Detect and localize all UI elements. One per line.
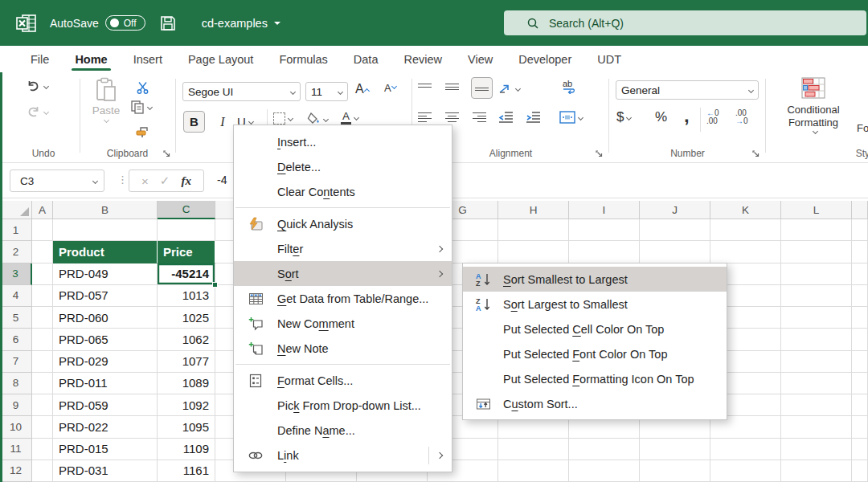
cell-L2[interactable]	[781, 241, 852, 263]
cell-I12[interactable]	[569, 460, 640, 482]
cell-A5[interactable]	[32, 307, 53, 329]
cell-H2[interactable]	[498, 241, 569, 263]
cell-B8[interactable]: PRD-011	[53, 373, 158, 394]
menu-item-insert[interactable]: Insert...	[234, 129, 452, 154]
cell-C7[interactable]: 1077	[158, 351, 215, 373]
row-header-12[interactable]: 12	[0, 460, 32, 482]
cell-L10[interactable]	[781, 416, 852, 438]
menu-item-sort-largest-to-smallest[interactable]: ZASort Largest to Smallest	[463, 292, 727, 317]
menu-item-get-data-from-table-range[interactable]: Get Data from Table/Range...	[234, 286, 452, 311]
menu-item-delete[interactable]: Delete...	[234, 154, 452, 179]
cell-B1[interactable]	[53, 219, 158, 241]
percent-style-button[interactable]: %	[655, 109, 667, 125]
menu-item-link[interactable]: Link	[234, 443, 452, 468]
middle-align-button[interactable]	[445, 82, 459, 92]
font-size-combobox[interactable]: 11	[305, 82, 348, 101]
cell-A11[interactable]	[32, 439, 53, 460]
tab-home[interactable]: Home	[62, 46, 120, 72]
tab-data[interactable]: Data	[341, 46, 391, 72]
cell-M4[interactable]	[852, 285, 868, 307]
cell-A4[interactable]	[32, 285, 53, 307]
tab-developer[interactable]: Developer	[506, 46, 584, 72]
menu-item-sort-smallest-to-largest[interactable]: AZSort Smallest to Largest	[463, 267, 727, 292]
cancel-button[interactable]: ×	[141, 174, 149, 188]
menu-item-put-selected-formatting-icon-on-top[interactable]: Put Selected Formatting Icon On Top	[463, 366, 727, 391]
autosave-toggle[interactable]: Off	[105, 15, 145, 31]
fill-handle[interactable]	[212, 282, 218, 288]
menu-item-custom-sort[interactable]: Custom Sort...	[463, 391, 727, 416]
cell-B12[interactable]: PRD-031	[53, 460, 158, 482]
comma-style-button[interactable]: ,	[684, 104, 690, 127]
cell-C4[interactable]: 1013	[158, 285, 215, 307]
cell-B11[interactable]: PRD-015	[53, 439, 158, 460]
row-header-9[interactable]: 9	[0, 394, 32, 416]
save-icon[interactable]	[160, 15, 176, 31]
number-dialog-launcher[interactable]	[751, 149, 760, 158]
cell-H11[interactable]	[498, 439, 569, 460]
cell-L12[interactable]	[781, 460, 852, 482]
cell-M8[interactable]	[852, 373, 868, 394]
cell-A10[interactable]	[32, 416, 53, 438]
cell-A8[interactable]	[32, 373, 53, 394]
select-all-corner[interactable]	[0, 201, 32, 219]
cell-C1[interactable]	[158, 219, 215, 241]
row-header-8[interactable]: 8	[0, 373, 32, 394]
cell-B10[interactable]: PRD-022	[53, 416, 158, 438]
cell-L3[interactable]	[781, 263, 852, 285]
cell-J2[interactable]	[640, 241, 710, 263]
center-button[interactable]	[445, 111, 459, 124]
borders-button[interactable]	[273, 112, 293, 125]
cell-B4[interactable]: PRD-057	[53, 285, 158, 307]
cell-B5[interactable]: PRD-060	[53, 307, 158, 329]
menu-item-clear-contents[interactable]: Clear Contents	[234, 179, 452, 204]
tab-page-layout[interactable]: Page Layout	[175, 46, 266, 72]
cell-K1[interactable]	[710, 219, 781, 241]
menu-item-quick-analysis[interactable]: Quick Analysis	[234, 211, 452, 236]
tab-file[interactable]: File	[18, 46, 62, 72]
cell-C11[interactable]: 1109	[158, 439, 215, 460]
cell-H12[interactable]	[498, 460, 569, 482]
paste-button[interactable]: Paste	[87, 77, 125, 122]
name-box[interactable]: C3	[10, 170, 104, 192]
row-header-7[interactable]: 7	[0, 351, 32, 373]
cell-C8[interactable]: 1089	[158, 373, 215, 394]
menu-item-filter[interactable]: Filter	[234, 236, 452, 261]
cell-B6[interactable]: PRD-065	[53, 329, 158, 350]
accounting-format-button[interactable]: $	[616, 109, 631, 125]
top-align-button[interactable]	[418, 82, 432, 92]
alignment-dialog-launcher[interactable]	[595, 149, 604, 158]
row-header-11[interactable]: 11	[0, 439, 32, 460]
redo-button[interactable]	[26, 104, 48, 120]
cell-K11[interactable]	[710, 439, 781, 460]
cell-K2[interactable]	[710, 241, 781, 263]
clipboard-dialog-launcher[interactable]	[162, 149, 171, 158]
conditional-formatting-button[interactable]: Conditional Formatting	[776, 77, 850, 133]
cell-L5[interactable]	[781, 307, 852, 329]
cell-M3[interactable]	[852, 263, 868, 285]
cell-M6[interactable]	[852, 329, 868, 350]
cell-B9[interactable]: PRD-059	[53, 394, 158, 416]
font-name-combobox[interactable]: Segoe UI	[182, 82, 301, 101]
row-header-10[interactable]: 10	[0, 416, 32, 438]
cell-I1[interactable]	[569, 219, 640, 241]
cell-I2[interactable]	[569, 241, 640, 263]
cell-H1[interactable]	[498, 219, 569, 241]
cell-L11[interactable]	[781, 439, 852, 460]
menu-item-put-selected-font-color-on-top[interactable]: Put Selected Font Color On Top	[463, 341, 727, 366]
format-as-table-label-partial[interactable]: Fo	[857, 122, 868, 134]
cell-A1[interactable]	[32, 219, 53, 241]
cell-L6[interactable]	[781, 329, 852, 350]
insert-function-button[interactable]: fx	[181, 174, 191, 188]
shrink-font-button[interactable]: A	[384, 82, 396, 94]
cell-J12[interactable]	[640, 460, 710, 482]
menu-item-new-note[interactable]: New Note	[234, 336, 452, 361]
row-header-4[interactable]: 4	[0, 285, 32, 307]
decrease-decimal-button[interactable]: .00 →0	[735, 109, 748, 125]
italic-button[interactable]: I	[213, 111, 232, 133]
tab-formulas[interactable]: Formulas	[266, 46, 340, 72]
column-header-a[interactable]: A	[32, 201, 53, 219]
cell-L7[interactable]	[781, 351, 852, 373]
cell-B2[interactable]: Product	[53, 241, 158, 263]
cell-K12[interactable]	[710, 460, 781, 482]
format-painter-button[interactable]	[133, 122, 151, 140]
